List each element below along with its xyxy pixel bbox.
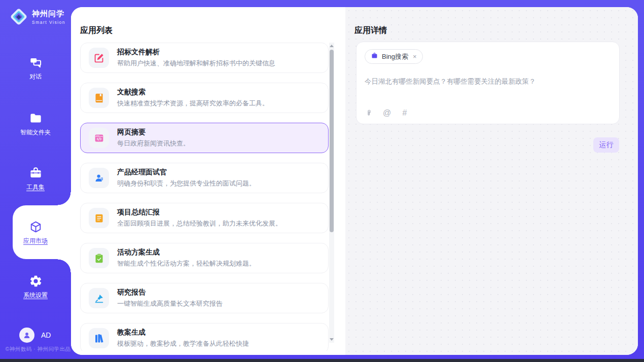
scrollbar[interactable] bbox=[329, 43, 334, 343]
app-list-item[interactable]: 活动方案生成 智能生成个性化活动方案，轻松解决规划难题。 bbox=[80, 243, 329, 273]
app-description: 明确身份和职责，为您提供专业性的面试问题。 bbox=[117, 179, 256, 188]
app-list-item[interactable]: 产品经理面试官 明确身份和职责，为您提供专业性的面试问题。 bbox=[80, 163, 329, 193]
app-title: 项目总结汇报 bbox=[117, 208, 282, 217]
edit-doc-icon bbox=[94, 53, 104, 63]
scroll-down-icon[interactable] bbox=[330, 338, 334, 341]
app-title: 招标文件解析 bbox=[117, 48, 275, 57]
app-list-item[interactable]: 文献搜索 快速精准查找学术资源，提高研究效率的必备工具。 bbox=[80, 83, 329, 113]
user-name: AD bbox=[41, 331, 51, 339]
app-list-item[interactable]: 教案生成 模板驱动，教案秒成，教学准备从此轻松快捷 bbox=[80, 323, 329, 351]
app-list-item[interactable]: 招标文件解析 帮助用户快速、准确地理解和解析招标书中的关键信息 bbox=[80, 43, 329, 73]
gem-logo-icon bbox=[9, 7, 28, 26]
book-icon bbox=[94, 93, 104, 103]
note-icon bbox=[94, 213, 104, 224]
run-button[interactable]: 运行 bbox=[593, 137, 619, 153]
chat-icon bbox=[29, 56, 43, 69]
sidebar-item-toolbox[interactable]: 工具集 bbox=[0, 166, 71, 192]
app-list-item[interactable]: 研究报告 一键智能生成高质量长文本研究报告 bbox=[80, 283, 329, 313]
app-title: 活动方案生成 bbox=[117, 248, 256, 257]
research-pen-icon bbox=[94, 293, 104, 304]
prompt-card: Bing搜索 × 今日湖北有哪些新闻要点？有哪些需要关注的最新政策？ @# bbox=[356, 42, 620, 124]
query-input[interactable]: 今日湖北有哪些新闻要点？有哪些需要关注的最新政策？ bbox=[365, 77, 611, 87]
copyright-footer: ©神州数码 · 神州问学出品 bbox=[0, 346, 76, 353]
app-list: 招标文件解析 帮助用户快速、准确地理解和解析招标书中的关键信息 文献搜索 快速精… bbox=[80, 43, 329, 351]
app-list-pane: 应用列表 招标文件解析 帮助用户快速、准确地理解和解析招标书中的关键信息 文献搜… bbox=[71, 7, 345, 355]
app-title: 文献搜索 bbox=[117, 88, 269, 97]
app-title: 产品经理面试官 bbox=[117, 168, 256, 177]
folder-icon bbox=[29, 112, 43, 125]
clipboard-check-icon bbox=[94, 253, 104, 264]
hash-icon[interactable]: # bbox=[400, 108, 409, 118]
attachment-toolbar: @# bbox=[365, 108, 409, 118]
sidebar-item-label: 对话 bbox=[29, 73, 42, 81]
app-description: 模板驱动，教案秒成，教学准备从此轻松快捷 bbox=[117, 339, 249, 348]
user-account[interactable]: AD bbox=[19, 328, 51, 343]
bottom-edge-bar bbox=[0, 359, 644, 362]
gear-icon bbox=[29, 274, 43, 288]
blob-fillet-bottom bbox=[58, 259, 71, 272]
close-icon[interactable]: × bbox=[413, 53, 417, 60]
app-detail-pane: 应用详情 Bing搜索 × 今日湖北有哪些新闻要点？有哪些需要关注的最新政策？ … bbox=[345, 7, 638, 355]
books-icon bbox=[94, 333, 104, 344]
scroll-up-icon[interactable] bbox=[330, 45, 334, 47]
user-avatar bbox=[19, 328, 34, 343]
tool-tag-bing-search[interactable]: Bing搜索 × bbox=[365, 49, 423, 64]
tool-tag-label: Bing搜索 bbox=[382, 52, 408, 61]
brand-subtitle: Smart Vision bbox=[32, 20, 65, 25]
app-description: 全面回顾项目进展，总结经验教训，助力未来优化发展。 bbox=[117, 219, 282, 228]
app-title: 研究报告 bbox=[117, 288, 223, 297]
sidebar-item-gear[interactable]: 系统设置 bbox=[0, 274, 71, 300]
sidebar-item-label: 应用市场 bbox=[23, 237, 48, 245]
brand-name: 神州问学 bbox=[32, 9, 65, 19]
toolbox-icon bbox=[29, 166, 43, 180]
sidebar-item-folder[interactable]: 智能文件夹 bbox=[0, 112, 71, 137]
mention-icon[interactable]: @ bbox=[382, 108, 391, 118]
app-detail-title: 应用详情 bbox=[354, 25, 387, 36]
sidebar-item-label: 系统设置 bbox=[23, 291, 48, 300]
briefcase-icon bbox=[371, 52, 378, 61]
app-logo: 神州问学 Smart Vision bbox=[9, 7, 65, 26]
app-list-item[interactable]: 网页摘要 每日政府新闻资讯快查。 bbox=[80, 123, 329, 153]
app-list-title: 应用列表 bbox=[80, 25, 113, 36]
paperclip-icon[interactable] bbox=[365, 108, 374, 118]
cube-icon bbox=[29, 220, 43, 234]
scrollbar-thumb[interactable] bbox=[330, 50, 334, 232]
sidebar: 神州问学 Smart Vision 对话 智能文件夹 工具集 应用市场 系统设置… bbox=[0, 0, 71, 362]
app-description: 一键智能生成高质量长文本研究报告 bbox=[117, 299, 223, 308]
app-description: 帮助用户快速、准确地理解和解析招标书中的关键信息 bbox=[117, 59, 275, 68]
app-list-item[interactable]: 项目总结汇报 全面回顾项目进展，总结经验教训，助力未来优化发展。 bbox=[80, 203, 329, 233]
sidebar-item-cube[interactable]: 应用市场 bbox=[0, 220, 71, 245]
app-title: 网页摘要 bbox=[117, 128, 190, 137]
app-title: 教案生成 bbox=[117, 328, 249, 337]
main-content-panel: 应用列表 招标文件解析 帮助用户快速、准确地理解和解析招标书中的关键信息 文献搜… bbox=[71, 7, 638, 355]
app-description: 智能生成个性化活动方案，轻松解决规划难题。 bbox=[117, 259, 256, 268]
sidebar-item-chat[interactable]: 对话 bbox=[0, 56, 71, 81]
app-description: 快速精准查找学术资源，提高研究效率的必备工具。 bbox=[117, 99, 269, 108]
blob-fillet-top bbox=[58, 192, 71, 205]
sidebar-item-label: 工具集 bbox=[26, 183, 45, 192]
sidebar-item-label: 智能文件夹 bbox=[20, 128, 51, 137]
app-description: 每日政府新闻资讯快查。 bbox=[117, 139, 190, 148]
interviewer-icon bbox=[94, 173, 104, 184]
browser-code-icon bbox=[94, 133, 104, 143]
